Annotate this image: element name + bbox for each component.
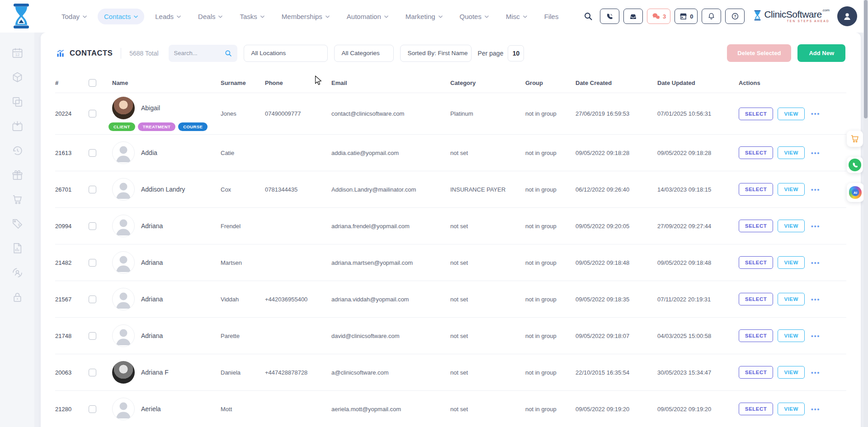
price-tag-icon[interactable]: $ xyxy=(11,218,24,230)
nav-item-tasks[interactable]: Tasks xyxy=(233,9,270,24)
chat-button[interactable]: 3 xyxy=(647,9,670,24)
contact-name[interactable]: Adriana F xyxy=(141,369,169,376)
row-checkbox[interactable] xyxy=(89,110,96,117)
delete-selected-button[interactable]: Delete Selected xyxy=(727,44,791,62)
gift-icon[interactable] xyxy=(11,169,24,181)
search-submit-icon[interactable] xyxy=(225,50,232,57)
app-logo-hourglass[interactable] xyxy=(11,3,32,31)
select-button[interactable]: SELECT xyxy=(739,108,773,120)
nav-item-memberships[interactable]: Memberships xyxy=(275,9,336,24)
per-page-input[interactable]: 10 xyxy=(508,45,524,61)
row-checkbox[interactable] xyxy=(89,332,96,340)
contact-avatar[interactable] xyxy=(112,324,135,347)
select-button[interactable]: SELECT xyxy=(739,256,773,269)
add-new-button[interactable]: Add New xyxy=(797,44,845,62)
row-checkbox[interactable] xyxy=(89,296,96,303)
contact-avatar[interactable] xyxy=(112,178,135,201)
view-button[interactable]: VIEW xyxy=(778,108,804,120)
select-button[interactable]: SELECT xyxy=(739,403,773,415)
nav-item-automation[interactable]: Automation xyxy=(340,9,395,24)
contact-avatar[interactable] xyxy=(112,288,135,310)
nav-item-deals[interactable]: Deals xyxy=(192,9,229,24)
more-actions-button[interactable]: ••• xyxy=(809,110,822,117)
view-button[interactable]: VIEW xyxy=(778,220,804,232)
view-button[interactable]: VIEW xyxy=(778,293,804,305)
contact-avatar[interactable] xyxy=(112,361,135,384)
contact-name[interactable]: Aeriela xyxy=(141,405,161,413)
help-button[interactable]: ? xyxy=(725,9,745,24)
calendar-12-icon[interactable]: 12 xyxy=(11,47,24,59)
contact-name[interactable]: Adriana xyxy=(141,332,163,339)
select-button[interactable]: SELECT xyxy=(739,366,773,379)
contact-name[interactable]: Adriana xyxy=(141,259,163,266)
nav-item-files[interactable]: Files xyxy=(538,9,565,24)
more-actions-button[interactable]: ••• xyxy=(809,149,822,157)
cart-icon[interactable] xyxy=(11,193,24,206)
select-button[interactable]: SELECT xyxy=(739,220,773,232)
select-button[interactable]: SELECT xyxy=(739,293,773,305)
contact-avatar[interactable] xyxy=(112,251,135,274)
contact-name[interactable]: Abigail xyxy=(141,104,160,112)
inbox-button[interactable] xyxy=(623,9,643,24)
row-checkbox[interactable] xyxy=(89,369,96,376)
view-button[interactable]: VIEW xyxy=(778,403,804,415)
more-actions-button[interactable]: ••• xyxy=(809,259,822,267)
contact-avatar[interactable] xyxy=(112,398,135,420)
select-button[interactable]: SELECT xyxy=(739,183,773,196)
pos-button[interactable]: 0 xyxy=(675,9,698,24)
categories-filter[interactable]: All Categories xyxy=(334,45,394,62)
contact-category: not set xyxy=(450,223,525,230)
nav-item-contacts[interactable]: Contacts xyxy=(98,9,144,24)
user-sync-icon[interactable] xyxy=(11,267,24,279)
view-button[interactable]: VIEW xyxy=(778,329,804,342)
user-avatar[interactable] xyxy=(837,6,857,26)
view-button[interactable]: VIEW xyxy=(778,256,804,269)
contact-avatar[interactable] xyxy=(112,97,135,119)
more-actions-button[interactable]: ••• xyxy=(809,332,822,340)
view-button[interactable]: VIEW xyxy=(778,366,804,379)
more-actions-button[interactable]: ••• xyxy=(809,222,822,230)
nav-item-marketing[interactable]: Marketing xyxy=(399,9,449,24)
scrollbar-thumb[interactable] xyxy=(864,0,868,118)
nav-item-quotes[interactable]: Quotes xyxy=(453,9,495,24)
select-all-checkbox[interactable] xyxy=(89,79,96,87)
nav-item-misc[interactable]: Misc xyxy=(500,9,533,24)
more-actions-button[interactable]: ••• xyxy=(809,296,822,303)
row-checkbox[interactable] xyxy=(89,149,96,157)
search-icon[interactable] xyxy=(581,9,595,23)
contact-avatar[interactable] xyxy=(112,215,135,237)
select-button[interactable]: SELECT xyxy=(739,329,773,342)
row-checkbox[interactable] xyxy=(89,186,96,193)
history-icon[interactable] xyxy=(11,145,24,157)
more-actions-button[interactable]: ••• xyxy=(809,186,822,193)
nav-item-leads[interactable]: Leads xyxy=(149,9,187,24)
select-button[interactable]: SELECT xyxy=(739,146,773,159)
row-checkbox[interactable] xyxy=(89,222,96,230)
sort-filter[interactable]: Sorted By: First Name xyxy=(400,45,472,62)
cube-icon[interactable] xyxy=(11,71,24,84)
more-actions-button[interactable]: ••• xyxy=(809,405,822,413)
notifications-button[interactable] xyxy=(702,9,721,24)
copy-icon[interactable] xyxy=(11,96,24,108)
row-checkbox[interactable] xyxy=(89,405,96,413)
contact-avatar[interactable] xyxy=(112,141,135,164)
report-icon[interactable] xyxy=(11,242,24,254)
contact-name[interactable]: Addia xyxy=(141,149,157,156)
floating-cart-button[interactable] xyxy=(847,131,863,147)
dialer-button[interactable] xyxy=(600,9,619,24)
row-checkbox[interactable] xyxy=(89,259,96,267)
view-button[interactable]: VIEW xyxy=(778,146,804,159)
floating-whatsapp-button[interactable] xyxy=(847,157,863,173)
contact-name[interactable]: Addison Landry xyxy=(141,186,185,193)
nav-item-today[interactable]: Today xyxy=(55,9,93,24)
floating-ai-button[interactable]: AI xyxy=(847,183,864,202)
locations-filter[interactable]: All Locations xyxy=(244,45,328,62)
contact-name[interactable]: Adriana xyxy=(141,222,163,230)
col-header-date-created: Date Created xyxy=(576,80,657,86)
contact-name[interactable]: Adriana xyxy=(141,296,163,303)
more-actions-button[interactable]: ••• xyxy=(809,369,822,376)
calendar-import-icon[interactable] xyxy=(11,120,24,132)
search-input[interactable] xyxy=(174,50,221,56)
lock-icon[interactable] xyxy=(11,291,24,303)
view-button[interactable]: VIEW xyxy=(778,183,804,196)
